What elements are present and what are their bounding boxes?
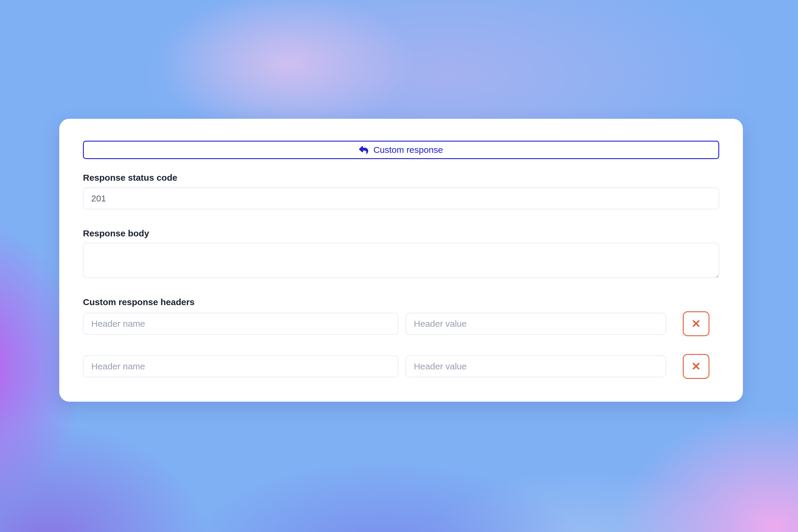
page-background: { "background": { "base_color": "#7fb0f4… [0, 0, 798, 532]
header-row: ✕ [83, 311, 719, 336]
custom-response-panel: Custom response Response status code Res… [59, 119, 743, 402]
close-icon: ✕ [691, 361, 701, 372]
header-value-input[interactable] [405, 356, 666, 377]
header-name-input[interactable] [83, 356, 398, 377]
status-code-label: Response status code [83, 172, 719, 183]
response-body-label: Response body [83, 228, 719, 239]
status-code-input[interactable] [83, 188, 719, 209]
header-name-input[interactable] [83, 313, 398, 335]
custom-response-button[interactable]: Custom response [83, 141, 719, 159]
response-body-textarea[interactable] [83, 243, 719, 278]
custom-response-button-label: Custom response [373, 145, 443, 155]
custom-headers-label: Custom response headers [83, 297, 719, 308]
header-row: ✕ [83, 354, 719, 379]
reply-icon [359, 146, 368, 155]
remove-header-button[interactable]: ✕ [683, 354, 709, 379]
remove-header-button[interactable]: ✕ [683, 311, 709, 336]
header-value-input[interactable] [405, 313, 666, 335]
close-icon: ✕ [691, 318, 701, 329]
